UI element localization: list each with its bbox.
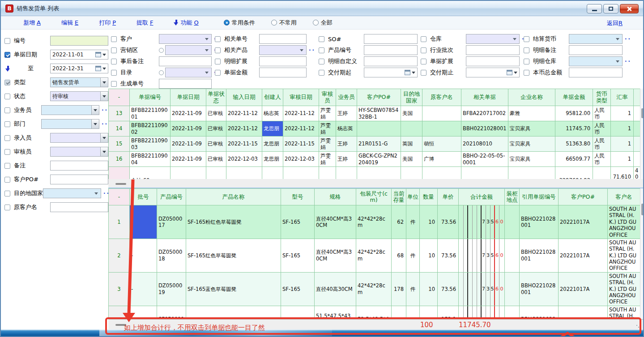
- filter-checkbox[interactable]: [111, 70, 117, 76]
- filter-field-input[interactable]: [569, 68, 623, 77]
- combo-chevron-icon[interactable]: [205, 49, 209, 51]
- filter-checkbox[interactable]: [524, 47, 529, 53]
- more-options-button[interactable]: ··: [625, 36, 631, 42]
- combo-chevron-icon[interactable]: [94, 192, 98, 195]
- splitter-grip-icon[interactable]: [115, 183, 126, 185]
- grid-cell[interactable]: 202108010: [461, 137, 508, 152]
- column-header[interactable]: 产品编号: [157, 189, 186, 205]
- grid-cell[interactable]: 直径40CM*高30CM: [315, 239, 356, 272]
- filter-field-date[interactable]: [466, 68, 520, 77]
- grid-cell[interactable]: 10: [420, 306, 438, 319]
- grid-cell[interactable]: 芦雯娟: [319, 137, 336, 152]
- grid-cell[interactable]: 已审核: [206, 106, 226, 121]
- grid-cell[interactable]: 宝贝家具: [508, 121, 555, 137]
- filter-field-input[interactable]: [466, 56, 520, 66]
- radio-icon[interactable]: [271, 20, 277, 26]
- filter-checkbox[interactable]: [524, 36, 529, 42]
- row-number[interactable]: 1: [109, 205, 130, 239]
- row-number[interactable]: 2: [109, 239, 130, 272]
- grid-cell[interactable]: 龙思朋: [262, 152, 283, 167]
- grid-cell[interactable]: 73.56: [438, 272, 459, 306]
- column-header[interactable]: [634, 89, 640, 106]
- column-header[interactable]: 相关单据: [461, 89, 508, 106]
- grid-cell[interactable]: [505, 205, 520, 239]
- grid-cell[interactable]: 52.5*48.5*45cm: [356, 306, 392, 319]
- grid-cell[interactable]: 152.12: [438, 306, 459, 319]
- grid-cell[interactable]: [634, 137, 640, 152]
- radio-icon[interactable]: [224, 20, 230, 26]
- dropdown-arrow-icon[interactable]: [102, 54, 106, 56]
- filter-field-input[interactable]: [50, 161, 108, 171]
- toolbar-action-A[interactable]: 新增A: [23, 19, 41, 27]
- calendar-icon[interactable]: [405, 70, 410, 75]
- grid-cell[interactable]: 178: [392, 272, 406, 306]
- filter-checkbox[interactable]: [4, 163, 10, 169]
- filter-checkbox[interactable]: [4, 94, 10, 99]
- filter-checkbox[interactable]: [215, 59, 221, 64]
- filter-field-combo[interactable]: [259, 45, 307, 55]
- grid-splitter[interactable]: [108, 179, 644, 188]
- column-header[interactable]: 企业名称: [508, 89, 555, 106]
- more-options-button[interactable]: ··: [102, 121, 108, 127]
- grid-cell[interactable]: BBHO221028001: [520, 205, 559, 239]
- grid-cell[interactable]: 宝贝家具: [508, 137, 555, 152]
- combo-chevron-icon[interactable]: [513, 38, 516, 40]
- grid-cell[interactable]: SOUTH AUSTRAL (H.K.) LTD GUANGZHOU OFFIC…: [608, 306, 640, 319]
- row-number[interactable]: 15: [109, 137, 130, 152]
- filter-checkbox[interactable]: [215, 70, 221, 76]
- table-row[interactable]: 13BFBB2211090012022-11-09已审核2022-11-12杨志…: [109, 106, 640, 121]
- grid-cell[interactable]: 2022-11-12: [283, 106, 319, 121]
- dropdown-button[interactable]: [91, 106, 99, 115]
- grid-cell[interactable]: [634, 106, 640, 121]
- filter-field-select[interactable]: 销售发货单: [50, 77, 108, 87]
- combo-chevron-icon[interactable]: [616, 38, 619, 40]
- filter-checkbox[interactable]: [4, 191, 10, 196]
- grid-cell[interactable]: DZ0500018: [157, 239, 186, 272]
- filter-field-input[interactable]: [364, 56, 418, 66]
- combo-chevron-icon[interactable]: [205, 72, 209, 74]
- filter-field-input[interactable]: [466, 45, 520, 55]
- filter-field-input[interactable]: [569, 45, 623, 55]
- column-header[interactable]: 包装尺寸(cm): [356, 189, 392, 205]
- filter-checkbox[interactable]: [4, 80, 10, 85]
- grid-cell[interactable]: SF-165蓝色草莓圆凳: [186, 272, 281, 306]
- grid-cell[interactable]: 王婷: [336, 137, 357, 152]
- sub-checkbox[interactable]: [159, 48, 164, 53]
- column-header[interactable]: 单据日期: [171, 89, 206, 106]
- filter-checkbox[interactable]: [4, 107, 10, 113]
- filter-field-combo[interactable]: [43, 188, 101, 198]
- filter-checkbox[interactable]: [4, 177, 10, 183]
- filter-field-select[interactable]: 待审核: [50, 91, 108, 101]
- grid-cell[interactable]: 2022-11-12: [226, 106, 262, 121]
- grid-cell[interactable]: 王婷: [336, 152, 357, 167]
- grid-cell[interactable]: [505, 306, 520, 319]
- column-header[interactable]: 客户PO#: [357, 89, 401, 106]
- column-header[interactable]: 装柜地点: [505, 189, 520, 205]
- grid-cell[interactable]: 直径40CM*高30CM: [315, 205, 356, 239]
- grid-cell-合计金额[interactable]: 73560: [459, 272, 505, 306]
- grid-cell[interactable]: 人民币: [593, 137, 611, 152]
- grid-cell[interactable]: 人民币: [593, 106, 611, 121]
- dropdown-arrow-icon[interactable]: [412, 72, 415, 74]
- grid-cell[interactable]: [505, 272, 520, 306]
- column-header[interactable]: 货币类型: [593, 89, 611, 106]
- row-number[interactable]: 14: [109, 121, 130, 137]
- filter-field-combo[interactable]: [159, 34, 212, 44]
- grid-cell[interactable]: 芦雯娟: [319, 121, 336, 137]
- grid-cell[interactable]: 2022-11-09: [171, 106, 206, 121]
- dropdown-arrow-icon[interactable]: [102, 68, 106, 70]
- filter-checkbox[interactable]: [421, 59, 426, 64]
- grid-cell[interactable]: 51363.80: [555, 137, 593, 152]
- filter-field-combo[interactable]: [165, 45, 212, 55]
- filter-checkbox[interactable]: [524, 59, 529, 64]
- grid-cell[interactable]: BFBB221109001: [130, 106, 171, 121]
- grid-cell[interactable]: 龙思朋: [262, 121, 283, 137]
- filter-field-input[interactable]: [364, 34, 418, 44]
- filter-checkbox[interactable]: [111, 81, 117, 87]
- grid-cell[interactable]: 广博: [422, 152, 461, 167]
- grid-cell[interactable]: 42*42*28cm: [356, 239, 392, 272]
- filter-field-date[interactable]: 2022-11-01: [50, 50, 108, 60]
- calendar-icon[interactable]: [95, 52, 101, 57]
- grid-cell[interactable]: SOUTH AUSTRAL (H.K.) LTD GUANGZHOU OFFIC…: [608, 272, 640, 306]
- combo-chevron-icon[interactable]: [300, 49, 303, 51]
